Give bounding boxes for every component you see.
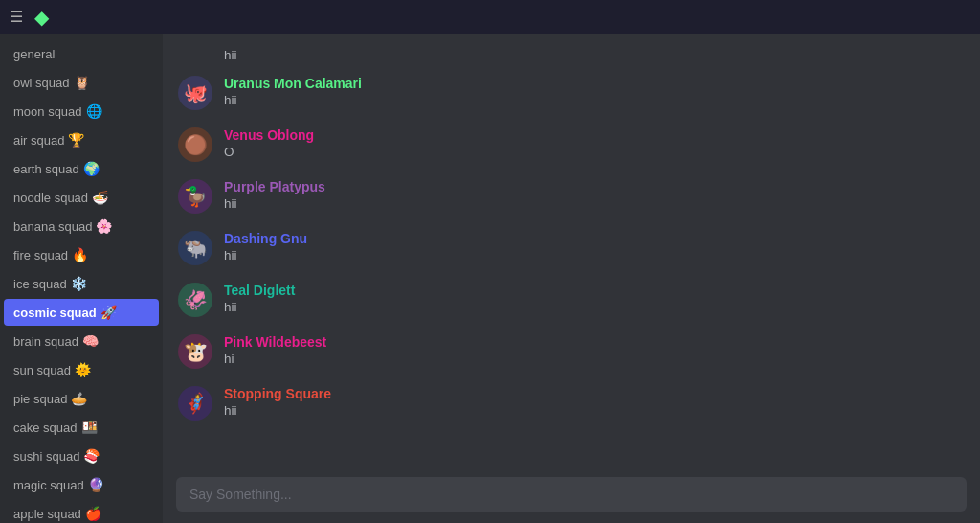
message-author-msg6: Pink Wildebeest (224, 334, 326, 350)
chat-messages[interactable]: hii 🐙Uranus Mon Calamarihii🟤Venus Oblong… (163, 34, 980, 469)
sidebar-item-apple-squad[interactable]: apple squad🍎 (4, 500, 159, 523)
message-text-msg3: hii (224, 196, 325, 211)
sidebar: generalowl squad🦉moon squad🌐air squad🏆ea… (0, 34, 163, 523)
sidebar-item-ice-squad[interactable]: ice squad❄️ (4, 270, 159, 297)
avatar-msg5: 🦑 (178, 283, 212, 317)
message-author-msg3: Purple Platypus (224, 179, 325, 194)
message-text-msg6: hi (224, 352, 326, 366)
avatar-msg7: 🦸 (178, 386, 212, 421)
avatar-msg1: 🐙 (178, 76, 212, 110)
avatar-msg4: 🐃 (178, 231, 212, 265)
titlebar: ☰ ◆ (0, 0, 980, 34)
message-msg5: 🦑Teal Digletthii (178, 283, 965, 317)
sidebar-item-fire-squad[interactable]: fire squad🔥 (4, 241, 159, 268)
sidebar-item-cake-squad[interactable]: cake squad🍱 (4, 414, 159, 441)
avatar-msg6: 🐮 (178, 334, 212, 369)
partial-message: hii (178, 44, 965, 76)
hamburger-icon[interactable]: ☰ (10, 8, 23, 26)
message-msg3: 🦆Purple Platypushii (178, 179, 965, 214)
sidebar-item-cosmic-squad[interactable]: cosmic squad🚀 (4, 299, 159, 326)
message-msg6: 🐮Pink Wildebeesthi (178, 334, 965, 369)
message-author-msg1: Uranus Mon Calamari (224, 76, 362, 91)
chat-input[interactable] (176, 477, 967, 512)
sidebar-item-banana-squad[interactable]: banana squad🌸 (4, 213, 159, 239)
message-msg7: 🦸Stopping Squarehii (178, 386, 965, 421)
sidebar-item-moon-squad[interactable]: moon squad🌐 (4, 98, 159, 125)
sidebar-item-sushi-squad[interactable]: sushi squad🍣 (4, 443, 159, 469)
sidebar-item-owl-squad[interactable]: owl squad🦉 (4, 69, 159, 96)
message-msg2: 🟤Venus OblongO (178, 127, 965, 162)
chat-area: hii 🐙Uranus Mon Calamarihii🟤Venus Oblong… (163, 34, 980, 523)
main-layout: generalowl squad🦉moon squad🌐air squad🏆ea… (0, 34, 980, 523)
sidebar-item-general[interactable]: general (4, 41, 159, 67)
message-author-msg4: Dashing Gnu (224, 231, 307, 246)
message-text-msg2: O (224, 145, 314, 159)
sidebar-item-pie-squad[interactable]: pie squad🥧 (4, 385, 159, 412)
message-author-msg2: Venus Oblong (224, 127, 314, 143)
message-text-msg5: hii (224, 300, 295, 314)
message-msg1: 🐙Uranus Mon Calamarihii (178, 76, 965, 110)
message-author-msg5: Teal Diglett (224, 283, 295, 298)
sidebar-item-magic-squad[interactable]: magic squad🔮 (4, 471, 159, 498)
message-text-msg7: hii (224, 403, 331, 418)
sidebar-item-noodle-squad[interactable]: noodle squad🍜 (4, 184, 159, 211)
avatar-msg2: 🟤 (178, 127, 212, 162)
message-msg4: 🐃Dashing Gnuhii (178, 231, 965, 265)
avatar-msg3: 🦆 (178, 179, 212, 214)
message-author-msg7: Stopping Square (224, 386, 331, 401)
message-text-msg4: hii (224, 248, 307, 262)
sidebar-item-sun-squad[interactable]: sun squad🌞 (4, 356, 159, 383)
sidebar-item-earth-squad[interactable]: earth squad🌍 (4, 155, 159, 182)
sidebar-item-brain-squad[interactable]: brain squad🧠 (4, 328, 159, 354)
sidebar-item-air-squad[interactable]: air squad🏆 (4, 126, 159, 153)
chat-input-area (163, 469, 980, 523)
message-text-msg1: hii (224, 93, 362, 107)
logo-icon: ◆ (34, 6, 49, 29)
